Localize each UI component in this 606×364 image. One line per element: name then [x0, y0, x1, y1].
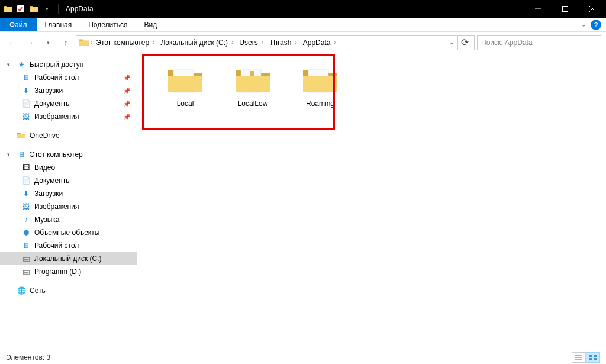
window-controls: [524, 0, 606, 18]
folder-roaming[interactable]: Roaming: [295, 65, 346, 108]
pc-icon: 🖥: [17, 150, 26, 159]
svg-rect-8: [589, 355, 592, 357]
desktop-icon: 🖥: [21, 241, 31, 250]
folder-icon: [234, 65, 272, 96]
sidebar-item-documents[interactable]: 📄Документы: [0, 174, 137, 187]
folder-icon: [79, 37, 89, 48]
sidebar-item-this-pc[interactable]: ▾ 🖥 Этот компьютер: [0, 148, 137, 161]
breadcrumb-label: Этот компьютер: [96, 38, 149, 47]
svg-rect-1: [563, 7, 568, 12]
close-button[interactable]: [579, 0, 606, 18]
file-tab[interactable]: Файл: [0, 18, 37, 31]
sidebar-item-documents[interactable]: 📄 Документы 📌: [0, 97, 137, 110]
up-button[interactable]: ↑: [58, 35, 73, 50]
maximize-button[interactable]: [552, 0, 579, 18]
folder-icon: [166, 65, 204, 96]
folder-local[interactable]: Local: [160, 65, 211, 108]
recent-locations-icon[interactable]: ▾: [40, 35, 56, 50]
tab-home[interactable]: Главная: [37, 18, 80, 31]
window-title: AppData: [62, 5, 94, 13]
back-button[interactable]: ←: [5, 35, 20, 50]
sidebar-item-pictures[interactable]: 🖼Изображения: [0, 200, 137, 213]
tab-share[interactable]: Поделиться: [80, 18, 136, 31]
picture-icon: 🖼: [21, 202, 31, 211]
icons-view-button[interactable]: [586, 352, 600, 363]
explorer-window: ▾ AppData Файл Главная Поделиться Вид ⌄ …: [0, 0, 606, 364]
chevron-right-icon[interactable]: ›: [153, 39, 154, 46]
forward-button[interactable]: →: [22, 35, 38, 50]
breadcrumb-item[interactable]: Thrash›: [267, 38, 299, 47]
pin-icon: 📌: [123, 75, 130, 81]
details-view-button[interactable]: [572, 352, 586, 363]
qat-dropdown-icon[interactable]: ▾: [41, 4, 52, 14]
sidebar-item-label: Загрузки: [34, 189, 63, 198]
breadcrumb-item[interactable]: Этот компьютер›: [94, 38, 157, 47]
chevron-right-icon[interactable]: ›: [91, 39, 92, 46]
sidebar-item-3d-objects[interactable]: ⬢Объемные объекты: [0, 226, 137, 239]
content-pane[interactable]: Local LocalLow: [137, 53, 606, 350]
caret-down-icon[interactable]: ▾: [7, 152, 13, 157]
sidebar-item-label: Рабочий стол: [34, 241, 79, 250]
folder-label: Local: [177, 99, 194, 108]
ribbon-collapse-icon[interactable]: ⌄: [581, 21, 586, 28]
sidebar-item-label: Объемные объекты: [34, 228, 99, 237]
drive-icon: 🖴: [21, 254, 31, 263]
sidebar-item-label: Быстрый доступ: [30, 60, 83, 69]
body: ▾ ★ Быстрый доступ 🖥 Рабочий стол 📌 ⬇ За…: [0, 53, 606, 350]
folder-locallow[interactable]: LocalLow: [227, 65, 278, 108]
chevron-right-icon[interactable]: ›: [262, 39, 263, 46]
refresh-icon[interactable]: ⟳: [457, 36, 472, 50]
breadcrumb-item[interactable]: Локальный диск (C:)›: [158, 38, 236, 47]
sidebar-item-desktop[interactable]: 🖥 Рабочий стол 📌: [0, 71, 137, 84]
address-bar[interactable]: › Этот компьютер› Локальный диск (C:)› U…: [76, 35, 475, 50]
sidebar-item-pictures[interactable]: 🖼 Изображения 📌: [0, 110, 137, 123]
address-dropdown-icon[interactable]: ⌄: [447, 39, 456, 46]
quick-access-toolbar: ▾: [0, 4, 54, 14]
search-box[interactable]: [477, 35, 601, 50]
cube-icon: ⬢: [21, 228, 31, 237]
address-bar-row: ← → ▾ ↑ › Этот компьютер› Локальный диск…: [0, 32, 606, 53]
tab-view[interactable]: Вид: [136, 18, 165, 31]
new-folder-icon[interactable]: [28, 4, 39, 14]
svg-rect-11: [594, 358, 597, 360]
sidebar-item-label: Музыка: [34, 215, 59, 224]
sidebar-item-downloads[interactable]: ⬇Загрузки: [0, 187, 137, 200]
sidebar-item-disk-d[interactable]: 🖴Programm (D:): [0, 265, 137, 278]
breadcrumb-label: Thrash: [269, 38, 291, 47]
properties-icon[interactable]: [15, 4, 26, 14]
sidebar-item-label: Этот компьютер: [30, 150, 83, 159]
navigation-pane[interactable]: ▾ ★ Быстрый доступ 🖥 Рабочий стол 📌 ⬇ За…: [0, 53, 137, 350]
sidebar-item-music[interactable]: ♪Музыка: [0, 213, 137, 226]
sidebar-item-onedrive[interactable]: OneDrive: [0, 129, 137, 142]
help-icon[interactable]: ?: [591, 20, 601, 30]
title-bar: ▾ AppData: [0, 0, 606, 18]
sidebar-item-downloads[interactable]: ⬇ Загрузки 📌: [0, 84, 137, 97]
sidebar-item-network[interactable]: 🌐 Сеть: [0, 284, 137, 297]
chevron-right-icon[interactable]: ›: [295, 39, 296, 46]
breadcrumb-item[interactable]: Users›: [237, 38, 266, 47]
svg-rect-9: [594, 355, 597, 357]
sidebar-item-local-disk-c[interactable]: 🖴Локальный диск (C:): [0, 252, 137, 265]
sidebar-item-desktop[interactable]: 🖥Рабочий стол: [0, 239, 137, 252]
breadcrumb-label: Users: [239, 38, 257, 47]
folder-label: LocalLow: [238, 99, 268, 108]
caret-down-icon[interactable]: ▾: [7, 62, 13, 67]
svg-rect-10: [589, 358, 592, 360]
star-icon: ★: [17, 60, 26, 69]
music-icon: ♪: [21, 215, 31, 224]
sidebar-item-quick-access[interactable]: ▾ ★ Быстрый доступ: [0, 58, 137, 71]
minimize-button[interactable]: [524, 0, 552, 18]
sidebar-item-label: Изображения: [34, 202, 79, 211]
search-input[interactable]: [481, 38, 597, 47]
breadcrumb-item[interactable]: AppData›: [301, 38, 339, 47]
pin-icon: 📌: [123, 101, 130, 107]
chevron-right-icon[interactable]: ›: [334, 39, 336, 46]
sidebar-item-label: Видео: [34, 163, 55, 172]
download-icon: ⬇: [21, 86, 31, 95]
sidebar-item-label: Изображения: [34, 112, 79, 121]
sidebar-item-label: Programm (D:): [34, 268, 81, 276]
separator: [58, 4, 59, 14]
chevron-right-icon[interactable]: ›: [231, 39, 233, 46]
status-bar: Элементов: 3: [0, 350, 606, 364]
sidebar-item-videos[interactable]: 🎞Видео: [0, 161, 137, 174]
